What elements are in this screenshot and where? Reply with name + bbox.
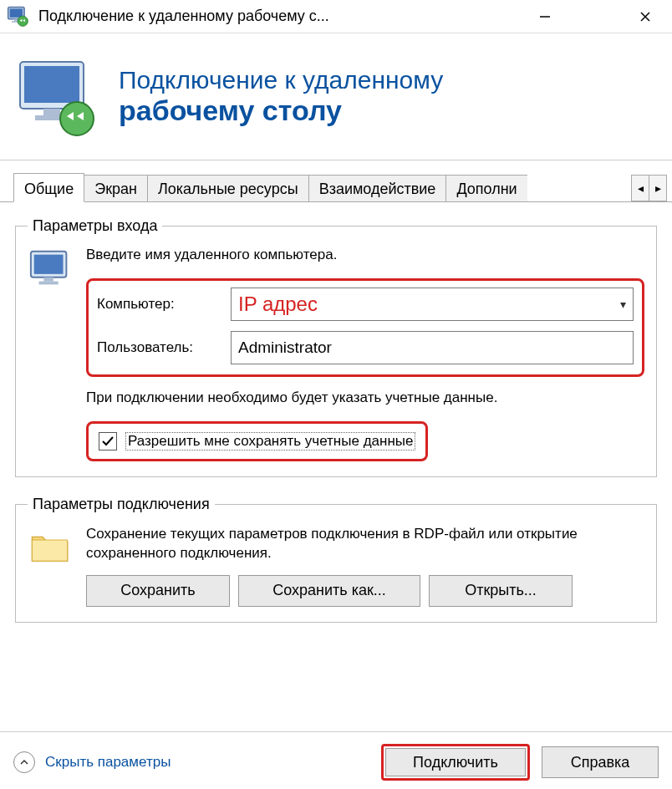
svg-rect-15 — [43, 277, 53, 282]
header-line1: Подключение к удаленному — [119, 66, 443, 94]
open-button[interactable]: Открыть... — [429, 575, 573, 607]
hide-options-link[interactable]: Скрыть параметры — [45, 754, 171, 771]
tab-local-resources[interactable]: Локальные ресурсы — [147, 175, 309, 201]
highlight-connect: Подключить — [381, 744, 530, 781]
tab-general[interactable]: Общие — [13, 173, 84, 202]
save-button[interactable]: Сохранить — [86, 575, 230, 607]
connection-settings-group: Параметры подключения Сохранение текущих… — [15, 496, 657, 623]
connection-settings-legend: Параметры подключения — [28, 496, 215, 513]
login-settings-legend: Параметры входа — [28, 217, 162, 235]
collapse-options-button[interactable] — [13, 751, 35, 773]
computer-value: IP адрес — [238, 293, 318, 316]
close-button[interactable] — [620, 0, 670, 33]
folder-icon — [28, 525, 86, 607]
chevron-down-icon: ▾ — [620, 298, 626, 311]
credentials-note: При подключении необходимо будет указать… — [86, 389, 644, 408]
svg-rect-14 — [34, 255, 64, 274]
connect-button[interactable]: Подключить — [385, 748, 526, 776]
computer-icon — [28, 247, 86, 461]
tab-scroll-left[interactable]: ◂ — [631, 175, 649, 201]
tabstrip: Общие Экран Локальные ресурсы Взаимодейс… — [0, 160, 672, 202]
svg-rect-9 — [24, 66, 79, 103]
connection-description: Сохранение текущих параметров подключени… — [86, 525, 644, 563]
svg-rect-16 — [39, 282, 59, 285]
computer-label: Компьютер: — [97, 296, 231, 313]
help-button[interactable]: Справка — [542, 746, 659, 778]
user-label: Пользователь: — [97, 339, 231, 356]
window-controls — [520, 0, 670, 33]
highlight-credentials: Компьютер: IP адрес ▾ Пользователь: Admi… — [86, 278, 644, 377]
computer-combobox[interactable]: IP адрес ▾ — [231, 288, 634, 321]
login-settings-group: Параметры входа Введите имя удаленного к… — [15, 217, 657, 477]
save-credentials-checkbox[interactable] — [99, 432, 117, 450]
save-credentials-label: Разрешить мне сохранять учетные данные — [125, 432, 415, 450]
minimize-button[interactable] — [520, 0, 570, 33]
titlebar: Подключение к удаленному рабочему с... — [0, 0, 672, 33]
rdp-icon — [15, 55, 99, 139]
svg-point-4 — [18, 16, 28, 26]
dialog-footer: Скрыть параметры Подключить Справка — [0, 731, 672, 781]
svg-rect-10 — [43, 109, 60, 115]
save-as-button[interactable]: Сохранить как... — [238, 575, 420, 607]
user-value: Administrator — [238, 339, 332, 357]
tab-scroll-right[interactable]: ▸ — [649, 175, 667, 201]
tab-advanced[interactable]: Дополни — [445, 175, 527, 201]
svg-point-12 — [60, 102, 94, 135]
highlight-save-creds: Разрешить мне сохранять учетные данные — [86, 421, 428, 461]
dialog-header: Подключение к удаленному рабочему столу — [0, 33, 672, 160]
app-icon — [7, 5, 30, 28]
tab-experience[interactable]: Взаимодействие — [308, 175, 447, 201]
window-title: Подключение к удаленному рабочему с... — [38, 8, 520, 25]
user-field[interactable]: Administrator — [231, 331, 634, 364]
header-line2: рабочему столу — [119, 94, 443, 127]
login-instruction: Введите имя удаленного компьютера. — [86, 247, 644, 263]
tab-display[interactable]: Экран — [84, 175, 148, 201]
